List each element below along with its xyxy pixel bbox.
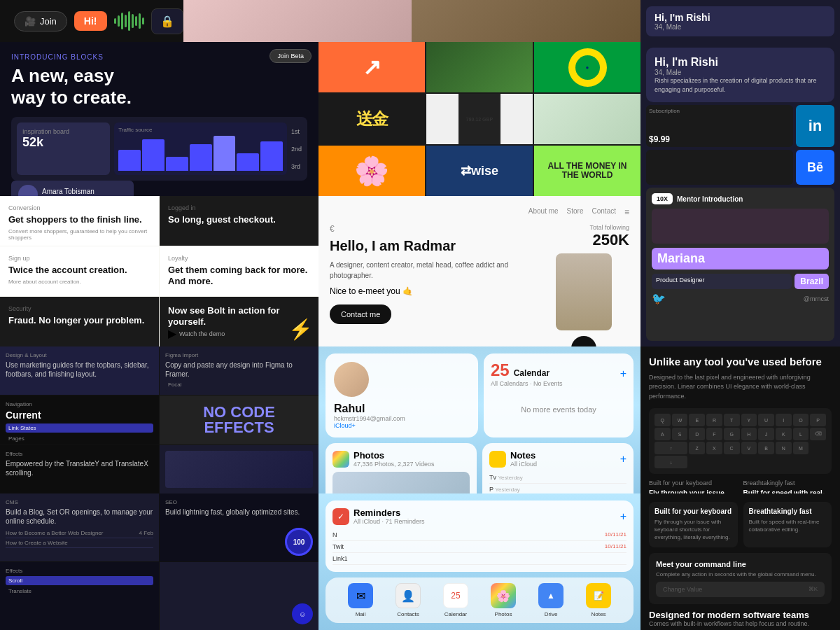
seo-score-circle: 100 [285,528,313,556]
seo-cell: SEO Build lightning fast, globally optim… [160,493,318,561]
rem-item-3[interactable]: Link1 [332,553,626,565]
app-row2: Bē [646,150,834,185]
signup-label: Sign up [8,255,150,262]
bar-5 [214,136,236,171]
rem-2-date: 10/11/21 [605,543,626,550]
key-c: C [724,442,740,454]
note-tv[interactable]: Tv Yesterday [489,472,626,484]
seo-desc: Build lightning fast, globally optimized… [165,507,313,517]
key-i: I [776,414,792,426]
key-n: N [776,442,792,454]
wise-arrow: ↗ [318,42,425,92]
contact-me-button[interactable]: Contact me [330,304,391,324]
wise-kanji: 送金 [318,94,425,144]
ios-notes-plus[interactable]: + [620,453,626,465]
cms-item-1[interactable]: How to Become a Better Web Designer 4 Fe… [6,528,153,538]
nav-pages[interactable]: Pages [6,434,153,443]
top-photos [183,0,640,42]
chart-ranks: 1st 2nd 3rd [291,122,302,175]
behance-box[interactable]: Bē [796,150,834,185]
key-m: M [793,442,809,454]
key-k: K [776,428,792,440]
loggedin-cell: Logged in So long, guest checkout. [160,196,318,246]
bar-2 [142,139,164,171]
ios-top: Rahul hckmstr1994@gmail.com iCloud+ 25 C… [326,354,634,438]
cms-item-2-label: How to Create a Website [6,540,68,546]
effects-desc: Empowered by the TranslateY and Translat… [6,459,153,477]
nav-menu[interactable]: ≡ [624,207,629,217]
ios-notes-list: Tv Yesterday P Yesterday Figma ideas 11/… [489,472,626,493]
key-l: L [793,428,809,440]
chart-label: Traffic source [118,127,283,133]
cms-item-2[interactable]: How to Create a Website [6,538,153,548]
linkedin-box[interactable]: in [796,105,834,147]
rem-item-1[interactable]: N 10/11/21 [332,529,626,541]
rem-plus[interactable]: + [620,510,626,523]
ios-notes-icon [489,451,506,468]
key-x: X [706,442,722,454]
ios-avatar [334,362,369,397]
nocode-big-text: NO CODEEFFECTS [203,405,275,435]
linear-team-title: Designed for modern software teams [649,610,832,620]
bolt-panel: Conversion Get shoppers to the finish li… [0,196,318,346]
lock-icon: 🔒 [151,8,183,34]
rem-3-label: Link1 [332,555,348,562]
key-d: D [689,428,705,440]
note-p[interactable]: P Yesterday [489,484,626,493]
stat-value: 52k [22,135,104,150]
nav-link-states[interactable]: Link States [6,424,153,433]
linear-cmd-bar[interactable]: Change Value ⌘K [656,582,825,597]
radmar-greeting: Nice to e-meet you 🤙 [330,286,530,296]
ios-dock: ✉ Mail 👤 Contacts 25 Calendar 🌸 Photos ▲… [326,578,634,623]
bar-7 [260,141,283,171]
effects-bottom-label: Effects [6,568,153,574]
nav-item-translate[interactable]: Translate [6,587,153,596]
top-strip: 🎥 Join Hi! 🔒 Hi, I'm Rishi 34, Male [0,0,840,42]
subscription-label: Subscription [649,108,680,114]
key-down: ↓ [654,456,687,468]
top-strip-content: 🎥 Join Hi! 🔒 Hi, I'm Rishi 34, Male [0,0,840,42]
join-beta-button[interactable]: Join Beta [270,49,312,63]
conversion-cell: Conversion Get shoppers to the finish li… [0,196,159,246]
dock-mail[interactable]: ✉ Mail [348,583,373,617]
dock-photos[interactable]: 🌸 Photos [491,583,516,617]
nav-contact[interactable]: Contact [592,207,616,217]
linear-bottom-panel: Built for your keyboard Fly through your… [640,493,840,630]
nav-store[interactable]: Store [567,207,584,217]
dock-drive[interactable]: ▲ Drive [538,583,564,617]
wise-green [426,42,533,92]
signup-cell: Sign up Twice the account creation. More… [0,246,159,296]
brazil-circle: ● [568,48,607,87]
empty-cell [160,445,318,493]
ios-notes-sub: All iCloud [510,461,537,468]
nav-item-scroll[interactable]: Scroll [6,576,153,585]
rank-1: 1st [291,128,302,135]
main-grid: Join Beta Introducing Blocks A new, easy… [0,42,840,630]
dock-calendar[interactable]: 25 Calendar [443,583,468,617]
radmar-desc: A designer, content creator, metal head,… [330,260,530,281]
dock-contacts[interactable]: 👤 Contacts [396,583,421,617]
radmar-logo: € [330,224,530,234]
app-thumb-phone: Subscription $9.99 [646,105,793,147]
ios-photos-info: Photos 47,336 Photos, 2,327 Videos [354,450,434,468]
gradient-preview [165,451,313,488]
nocode-effects-cell: NO CODEEFFECTS [160,396,318,444]
cms-item-1-date: 4 Feb [139,530,153,536]
blocks-title: A new, easyway to create. [11,65,307,108]
dock-contacts-label: Contacts [397,611,419,617]
linear-cmd-section: Meet your command line Complete any acti… [649,553,832,604]
ios-cal-plus[interactable]: + [620,368,626,380]
photo-pinkbag [183,0,412,42]
wise-money-text: ALL THE MONEY IN THE WORLD [534,146,640,196]
top-right-panel: Hi, I'm Rishi 34, Male Rishi specializes… [640,42,840,346]
rem-item-2[interactable]: Twit 10/11/21 [332,541,626,553]
ios-rem-info: Reminders All iCloud · 71 Reminders [354,507,425,525]
dock-contacts-icon: 👤 [396,583,421,608]
join-button[interactable]: 🎥 Join [14,11,67,31]
bar-1 [118,150,141,171]
nav-about[interactable]: About me [528,207,559,217]
ios-cal-num: 25 [491,360,510,380]
profile-card: Amara Tobisman Marketing campaign effect… [11,181,134,196]
linear-cmd-sub: Complete any action in seconds with the … [656,571,825,578]
dock-notes[interactable]: 📝 Notes [586,583,611,617]
